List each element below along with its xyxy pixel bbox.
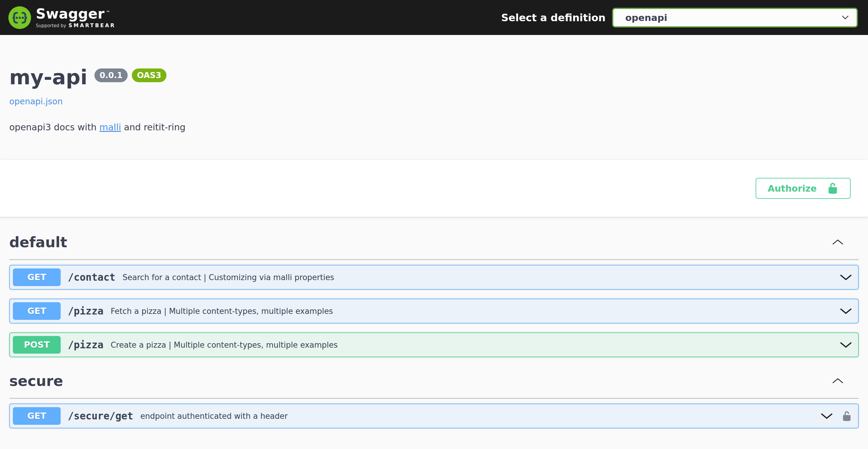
operation-summary: endpoint authenticated with a header (141, 412, 288, 421)
chevron-down-icon[interactable] (840, 274, 852, 281)
chevron-down-icon[interactable] (840, 342, 852, 348)
tag-section-default: default GET /contact Search for a contac… (9, 228, 859, 357)
opblock-post-pizza[interactable]: POST /pizza Create a pizza | Multiple co… (9, 332, 859, 357)
operation-path[interactable]: /pizza (68, 305, 103, 317)
scheme-container: Authorize (0, 160, 868, 217)
method-badge: POST (13, 336, 61, 354)
unlock-icon (827, 182, 839, 194)
chevron-down-icon (842, 15, 849, 20)
operation-summary: Fetch a pizza | Multiple content-types, … (111, 307, 333, 316)
page-title: my-api (9, 66, 87, 89)
swagger-logo-icon (8, 6, 31, 29)
smartbear-label: SMARTBEAR (68, 23, 116, 28)
version-badge: 0.0.1 (94, 68, 128, 82)
oas3-badge: OAS3 (132, 68, 166, 82)
opblock-get-pizza[interactable]: GET /pizza Fetch a pizza | Multiple cont… (9, 299, 859, 324)
definition-select[interactable]: openapi (612, 8, 858, 28)
brand-name: Swagger™ (36, 7, 116, 21)
section-header-secure[interactable]: secure (9, 366, 859, 399)
chevron-up-icon[interactable] (832, 239, 844, 245)
definition-select-value: openapi (625, 12, 667, 23)
operation-summary: Search for a contact | Customizing via m… (123, 273, 334, 282)
section-title: default (9, 234, 67, 251)
info-section: my-api 0.0.1 OAS3 openapi.json openapi3 … (0, 35, 868, 160)
tag-section-secure: secure GET /secure/get endpoint authenti… (9, 366, 859, 428)
method-badge: GET (13, 268, 61, 286)
chevron-down-icon[interactable] (840, 308, 852, 315)
supported-by-line: Supported bySMARTBEAR (36, 23, 116, 28)
trademark-symbol: ™ (106, 10, 110, 14)
operation-path[interactable]: /contact (68, 271, 115, 283)
section-title: secure (9, 372, 63, 390)
swagger-brand-link[interactable]: Swagger™ Supported bySMARTBEAR (8, 6, 116, 29)
chevron-down-icon[interactable] (820, 413, 833, 419)
malli-link[interactable]: malli (99, 122, 121, 132)
definition-picker: Select a definition openapi (501, 8, 858, 28)
operations-area: default GET /contact Search for a contac… (0, 228, 868, 428)
chevron-up-icon[interactable] (832, 378, 844, 384)
authorize-button[interactable]: Authorize (755, 178, 851, 199)
topbar: Swagger™ Supported bySMARTBEAR Select a … (0, 0, 868, 35)
spec-file-link[interactable]: openapi.json (9, 96, 63, 107)
unlock-icon[interactable] (841, 411, 852, 421)
opblock-get-contact[interactable]: GET /contact Search for a contact | Cust… (9, 265, 859, 290)
method-badge: GET (13, 302, 61, 320)
section-header-default[interactable]: default (9, 228, 859, 260)
operation-path[interactable]: /secure/get (68, 410, 133, 422)
operation-path[interactable]: /pizza (68, 339, 103, 351)
method-badge: GET (13, 407, 61, 425)
opblock-get-secure-get[interactable]: GET /secure/get endpoint authenticated w… (9, 403, 859, 428)
select-definition-label: Select a definition (501, 12, 606, 24)
operation-summary: Create a pizza | Multiple content-types,… (111, 340, 338, 350)
api-description: openapi3 docs with malli and reitit-ring (9, 122, 859, 132)
